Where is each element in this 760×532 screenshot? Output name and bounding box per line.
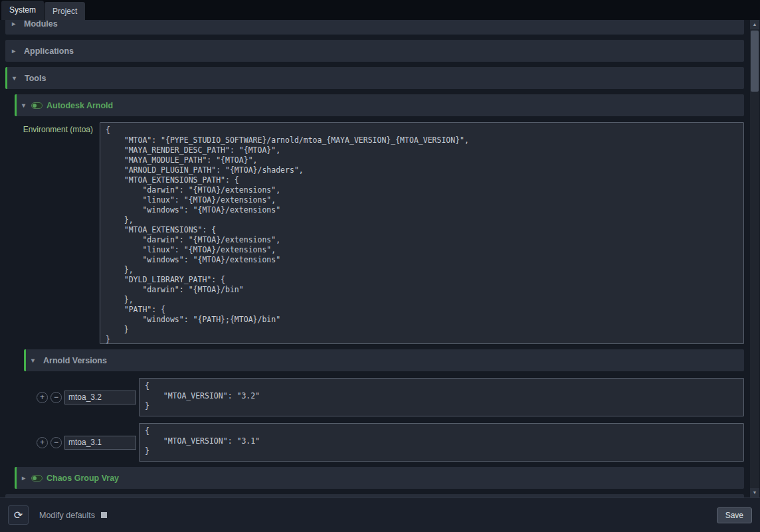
- section-header-applications[interactable]: ▸ Applications: [5, 40, 744, 62]
- section-header-modules[interactable]: ▸ Modules: [5, 20, 744, 35]
- footer-bar: ⟳ Modify defaults Save: [0, 497, 760, 532]
- group-header-chaos-group-vray[interactable]: ▸ Chaos Group Vray: [15, 467, 744, 489]
- vertical-scrollbar: ▲ ▼: [750, 20, 759, 497]
- add-version-button[interactable]: +: [37, 437, 48, 448]
- tools-section-body: ▾ Autodesk Arnold Environment (mtoa) { "…: [15, 94, 744, 489]
- settings-tab-bar: System Project: [0, 0, 760, 20]
- modify-defaults-label: Modify defaults: [39, 511, 95, 520]
- chevron-down-icon: ▾: [31, 357, 41, 364]
- chevron-right-icon: ▸: [22, 474, 31, 482]
- tab-system[interactable]: System: [1, 1, 44, 20]
- settings-content: ▸ Modules ▸ Applications ▾ Tools ▾ Autod…: [0, 20, 749, 497]
- tab-project[interactable]: Project: [45, 2, 85, 20]
- section-title-modules: Modules: [24, 20, 58, 29]
- section-title-tools: Tools: [25, 74, 46, 83]
- scroll-down-button[interactable]: ▼: [750, 488, 759, 497]
- modify-defaults-checkbox[interactable]: [101, 512, 107, 518]
- chevron-right-icon: ▸: [12, 20, 21, 27]
- environment-label: Environment (mtoa): [15, 122, 97, 134]
- version-key-input[interactable]: [64, 391, 136, 404]
- remove-version-button[interactable]: −: [50, 437, 62, 448]
- refresh-button[interactable]: ⟳: [8, 505, 29, 525]
- add-version-button[interactable]: +: [37, 392, 48, 403]
- save-button[interactable]: Save: [717, 507, 752, 523]
- section-header-tools[interactable]: ▾ Tools: [5, 67, 744, 89]
- group-title-chaos-group-vray: Chaos Group Vray: [47, 474, 119, 483]
- chevron-right-icon: ▸: [12, 47, 21, 54]
- chevron-down-icon: ▾: [13, 74, 22, 82]
- scroll-up-button[interactable]: ▲: [750, 20, 759, 29]
- version-json-textarea[interactable]: { "MTOA_VERSION": "3.1" }: [139, 423, 744, 462]
- version-row: + − { "MTOA_VERSION": "3.2" }: [15, 378, 744, 416]
- environment-json-textarea[interactable]: { "MTOA": "{PYPE_STUDIO_SOFTWARE}/arnold…: [100, 122, 744, 344]
- section-title-applications: Applications: [24, 46, 74, 56]
- enabled-toggle-icon[interactable]: [31, 475, 43, 482]
- section-title-arnold-versions: Arnold Versions: [43, 356, 107, 365]
- remove-version-button[interactable]: −: [50, 392, 62, 403]
- version-row: + − { "MTOA_VERSION": "3.1" }: [15, 423, 744, 462]
- chevron-down-icon: ▾: [22, 102, 31, 109]
- enabled-toggle-icon[interactable]: [31, 102, 43, 109]
- scrollbar-thumb[interactable]: [751, 31, 759, 92]
- environment-field-row: Environment (mtoa) { "MTOA": "{PYPE_STUD…: [15, 122, 744, 344]
- version-key-input[interactable]: [64, 436, 136, 450]
- group-header-autodesk-arnold[interactable]: ▾ Autodesk Arnold: [15, 94, 744, 116]
- version-json-textarea[interactable]: { "MTOA_VERSION": "3.2" }: [139, 378, 744, 416]
- group-title-autodesk-arnold: Autodesk Arnold: [47, 101, 113, 110]
- section-header-arnold-versions[interactable]: ▾ Arnold Versions: [24, 349, 744, 371]
- arnold-group-body: Environment (mtoa) { "MTOA": "{PYPE_STUD…: [15, 122, 744, 462]
